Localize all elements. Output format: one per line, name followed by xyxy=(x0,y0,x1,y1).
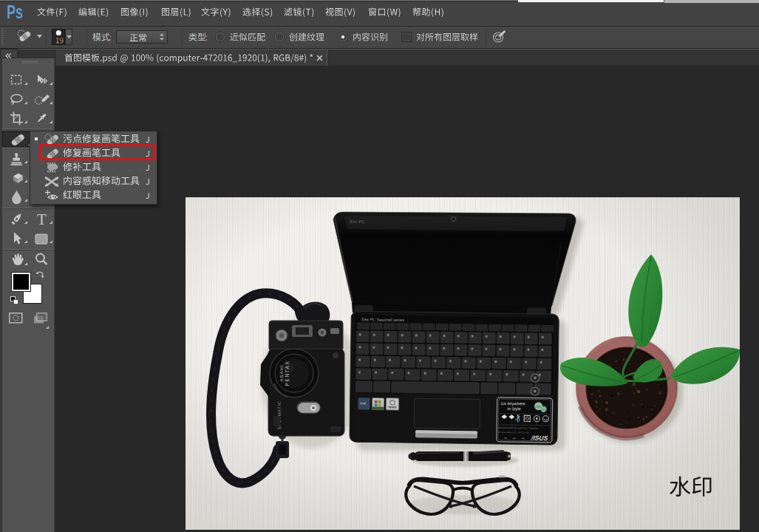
svg-text:PENTAX: PENTAX xyxy=(285,361,290,386)
svg-text:in Style: in Style xyxy=(507,406,520,411)
svg-text:Eee PC: Eee PC xyxy=(349,219,366,225)
svg-text:intel: intel xyxy=(360,401,366,405)
svg-text:Bluetooth V2.1: Bluetooth V2.1 xyxy=(514,426,528,429)
svg-text:T: T xyxy=(37,212,47,228)
svg-text:Go Anywhere: Go Anywhere xyxy=(501,401,525,406)
svg-text:ASAHI: ASAHI xyxy=(279,364,284,381)
svg-text:/ISUS: /ISUS xyxy=(531,434,549,442)
svg-text:Fast Boot: Fast Boot xyxy=(529,426,538,429)
svg-text:CE: CE xyxy=(499,474,505,479)
svg-text:Intel Atom N450: Intel Atom N450 xyxy=(498,426,513,429)
svg-text:10 hours battery life* with Ee: 10 hours battery life* with Eee PC xyxy=(498,431,529,434)
svg-text:Eee PC Seashell series: Eee PC Seashell series xyxy=(361,317,404,322)
